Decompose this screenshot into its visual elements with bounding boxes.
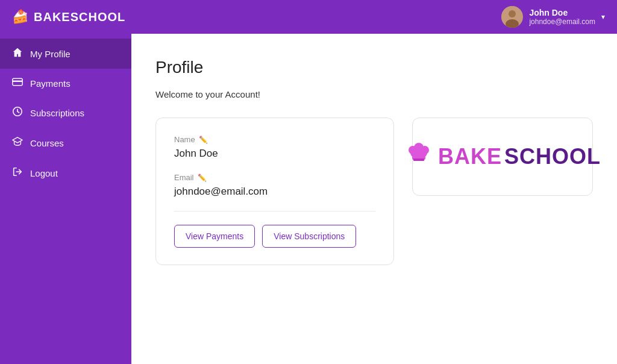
user-menu[interactable]: John Doe johndoe@email.com ▾	[501, 6, 605, 28]
logo: 🍰 BAKESCHOOL	[12, 9, 125, 25]
subscriptions-icon	[12, 106, 23, 119]
logo-display: BAKE SCHOOL	[404, 139, 601, 174]
logo-bake-text: BAKE	[438, 144, 502, 169]
profile-row: Name ✏️ John Doe Email ✏️ johndoe@email.…	[155, 118, 593, 265]
sidebar-item-logout[interactable]: Logout	[0, 158, 131, 188]
avatar	[501, 6, 523, 28]
card-actions: View Payments View Subscriptions	[174, 225, 375, 248]
svg-rect-11	[413, 158, 424, 161]
view-subscriptions-button[interactable]: View Subscriptions	[262, 225, 356, 248]
header: 🍰 BAKESCHOOL John Doe johndoe@email.com …	[0, 0, 617, 34]
sidebar-label-courses: Courses	[30, 138, 64, 148]
main-layout: My Profile Payments Subscriptions	[0, 34, 617, 364]
user-info: John Doe johndoe@email.com	[529, 8, 595, 26]
sidebar-label-subscriptions: Subscriptions	[30, 108, 84, 118]
page-title: Profile	[155, 58, 593, 77]
logo-text: BAKESCHOOL	[34, 10, 125, 24]
email-edit-icon[interactable]: ✏️	[198, 174, 207, 182]
card-divider	[174, 211, 375, 212]
sidebar-item-courses[interactable]: Courses	[0, 128, 131, 158]
user-name: John Doe	[529, 8, 595, 17]
email-label: Email ✏️	[174, 173, 375, 182]
content-area: Profile Welcome to your Account! Name ✏️…	[131, 34, 617, 364]
svg-rect-4	[13, 81, 22, 82]
logo-school-text: SCHOOL	[504, 144, 601, 169]
welcome-text: Welcome to your Account!	[155, 89, 593, 99]
chef-hat-icon	[404, 139, 433, 174]
user-email: johndoe@email.com	[529, 17, 595, 26]
courses-icon	[12, 136, 23, 149]
svg-point-1	[509, 10, 516, 17]
view-payments-button[interactable]: View Payments	[174, 225, 255, 248]
profile-card: Name ✏️ John Doe Email ✏️ johndoe@email.…	[155, 118, 394, 265]
sidebar-item-my-profile[interactable]: My Profile	[0, 39, 131, 69]
logo-icon: 🍰	[12, 9, 29, 25]
svg-point-9	[421, 146, 429, 154]
sidebar-item-payments[interactable]: Payments	[0, 69, 131, 98]
sidebar: My Profile Payments Subscriptions	[0, 34, 131, 364]
home-icon	[12, 47, 23, 60]
sidebar-label-payments: Payments	[30, 78, 70, 89]
name-label: Name ✏️	[174, 135, 375, 144]
name-edit-icon[interactable]: ✏️	[199, 136, 208, 144]
sidebar-item-subscriptions[interactable]: Subscriptions	[0, 98, 131, 128]
email-value: johndoe@email.com	[174, 186, 375, 198]
name-value: John Doe	[174, 148, 375, 160]
sidebar-label-logout: Logout	[30, 168, 58, 178]
sidebar-label-my-profile: My Profile	[30, 49, 70, 59]
logout-icon	[12, 166, 23, 180]
logo-card: BAKE SCHOOL	[412, 118, 593, 196]
chevron-down-icon: ▾	[601, 13, 605, 21]
payments-icon	[12, 77, 23, 89]
